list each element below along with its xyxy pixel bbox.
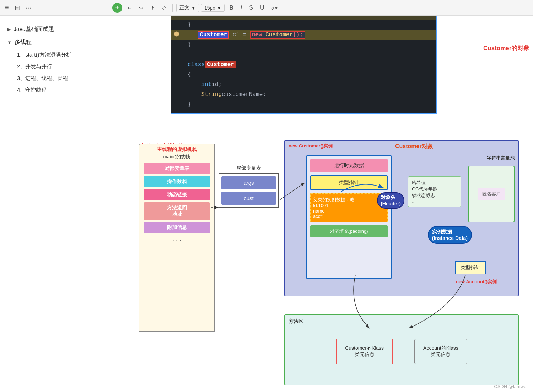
instance-data-annotation: 实例数据(Instance Data) [428, 226, 472, 244]
code-line-int: int id; [171, 80, 436, 90]
add-button[interactable]: + [112, 3, 122, 13]
slot-operand: 操作数栈 [144, 176, 210, 187]
type-pointer-row: 类型指针 [310, 175, 388, 190]
code-line-empty [171, 50, 436, 60]
method-area-label: 方法区 [289, 318, 303, 325]
local-var-title: 局部变量表 [219, 165, 279, 171]
obj-head-box: 哈希值GC代际年龄锁状态标志... [408, 176, 461, 207]
sidebar-item-label: Java基础面试题 [14, 26, 54, 33]
new-account-label: new Account()实例 [456, 279, 497, 285]
anonymous-customer: 匿名客户 [478, 188, 505, 200]
sidebar-subitem-process[interactable]: 3、进程、线程、管程 [6, 73, 129, 84]
account-klass-box: Account的Klass类元信息 [414, 339, 467, 364]
main-layout: ▶ Java基础面试题 ▼ 多线程 1、start()方法源码分析 2、并发与并… [0, 16, 533, 392]
italic-button[interactable]: I [238, 4, 244, 12]
runtime-data-row: 运行时元数据 [310, 159, 388, 172]
customer-instance-box: 运行时元数据 类型指针 父类的实例数据：略Id:1001name:acct: 对… [306, 155, 392, 279]
undo-button[interactable]: ↩ [125, 4, 134, 12]
new-customer-label: new Customer()实例 [289, 143, 333, 149]
arrow-down-icon: ▼ [7, 40, 12, 45]
slot-local-var: 局部变量表 [144, 163, 210, 174]
toolbar: ≡ ⊟ ··· + ↩ ↪ 🖈 ◇ 正文 ▼ 15px ▼ B I S U ﾎ▼ [0, 0, 533, 16]
slot-dynamic-link: 动态链接 [144, 189, 210, 200]
string-pool-box: 匿名客户 [468, 166, 515, 222]
jvm-stack-title: 主线程的虚拟机栈 [139, 144, 214, 154]
pin-button[interactable]: 🖈 [148, 4, 158, 12]
code-line-customer: Customer c1 = new Customer(); [171, 30, 436, 40]
underline-button[interactable]: U [258, 4, 267, 12]
padding-row: 对齐填充(padding) [310, 225, 388, 237]
sidebar-item-label: 多线程 [15, 39, 32, 46]
font-size-selector[interactable]: 15px ▼ [201, 4, 225, 12]
sidebar-subitem-concur[interactable]: 2、并发与并行 [6, 61, 129, 73]
method-area: 方法区 Customer的Klass类元信息 Account的Klass类元信息 [284, 314, 519, 385]
sidebar-subitem-daemon[interactable]: 4、守护线程 [6, 84, 129, 96]
code-line-1: } [171, 20, 436, 30]
code-line-end: } [171, 100, 436, 109]
outline-icon[interactable]: ⊟ [13, 2, 21, 13]
more-options[interactable]: ··· [26, 4, 32, 12]
jvm-stack: 主线程的虚拟机栈 main()的线帧 局部变量表 操作数栈 动态链接 方法返回 … [139, 144, 215, 332]
new-customer-highlight: new Customer(); [250, 31, 305, 39]
csdn-watermark: CSDN @lamwolf [494, 384, 529, 389]
sidebar-subitem-start[interactable]: 1、start()方法源码分析 [6, 49, 129, 61]
string-pool-label: 字符串常量池 [487, 155, 515, 161]
breakpoint-dot [174, 32, 179, 37]
customer-type-highlight: Customer [198, 31, 229, 39]
content-area: } Customer c1 = new Customer(); } [135, 16, 533, 392]
local-var-table: 局部变量表 args cust [219, 165, 279, 208]
sidebar-item-java[interactable]: ▶ Java基础面试题 [6, 23, 129, 36]
parent-instance-row: 父类的实例数据：略Id:1001name:acct: [310, 193, 388, 222]
type-ptr-small-box: 类型指针 [455, 261, 486, 274]
customer-klass-box: Customer的Klass类元信息 [336, 339, 393, 364]
heap-area: new Customer()实例 Customer对象 运行时元数据 类型指针 … [284, 140, 519, 296]
frame-label: main()的线帧 [139, 154, 214, 160]
code-line-class: class Customer [171, 60, 436, 70]
diagram-area: 主线程的虚拟机栈 主线程的虚拟机栈 main()的线帧 局部变量表 操作数栈 动… [135, 136, 533, 392]
more-format-button[interactable]: ﾎ▼ [269, 4, 281, 12]
code-panel: } Customer c1 = new Customer(); } [171, 16, 437, 114]
slot-extra: 附加信息 [144, 222, 210, 233]
arrow-icon: ▶ [7, 27, 11, 32]
obj-header-annotation: 对象头(Header) [377, 192, 404, 209]
menu-icon[interactable]: ≡ [4, 2, 10, 13]
sidebar: ▶ Java基础面试题 ▼ 多线程 1、start()方法源码分析 2、并发与并… [0, 16, 135, 392]
text-style-selector[interactable]: 正文 ▼ [176, 4, 199, 12]
customer-object-label: Customer对象 [395, 143, 433, 150]
annotation-customer-obj: Customer的对象 [483, 44, 529, 52]
slot-return: 方法返回 地址 [144, 202, 210, 220]
redo-button[interactable]: ↪ [136, 4, 146, 12]
code-line-string: String customerName; [171, 90, 436, 100]
strike-button[interactable]: S [247, 4, 255, 12]
code-line-brace1: { [171, 70, 436, 80]
sidebar-item-multithread[interactable]: ▼ 多线程 [6, 36, 129, 49]
bold-button[interactable]: B [227, 4, 236, 12]
action-buttons: ↩ ↪ 🖈 ◇ 正文 ▼ 15px ▼ B I S U ﾎ▼ [125, 4, 281, 12]
args-cell: args [221, 176, 276, 189]
eraser-button[interactable]: ◇ [160, 4, 169, 12]
local-var-box: args cust [219, 173, 279, 208]
class-name-highlight: Customer [205, 61, 236, 68]
cust-cell: cust [221, 192, 276, 205]
code-line-2: } [171, 40, 436, 50]
separator [172, 4, 173, 12]
